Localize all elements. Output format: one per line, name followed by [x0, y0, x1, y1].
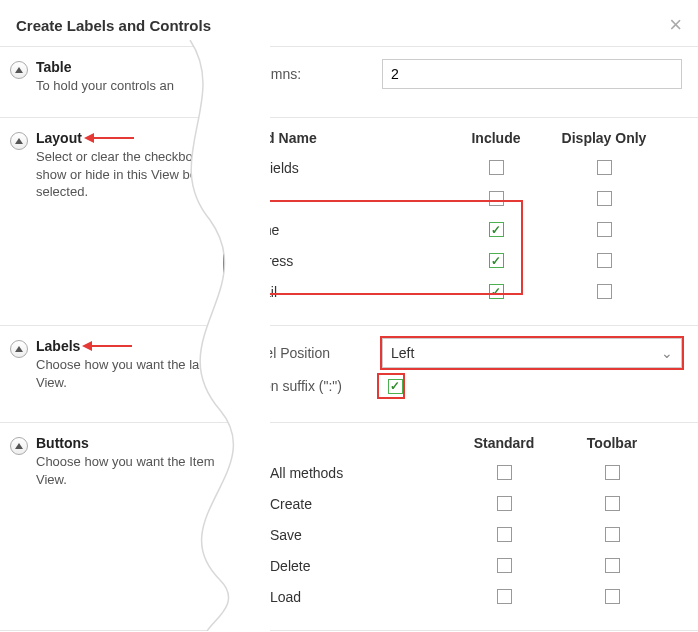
method-row: ≡▸Save [242, 519, 682, 550]
layout-desc: Select or clear the checkbo to show or h… [36, 148, 216, 201]
method-name: Create [270, 496, 450, 512]
display-only-checkbox[interactable] [597, 284, 612, 299]
collapse-toggle-buttons[interactable] [10, 437, 28, 455]
field-header-display: Display Only [550, 130, 658, 146]
toolbar-checkbox[interactable] [605, 496, 620, 511]
dialog-title: Create Labels and Controls [16, 17, 211, 34]
field-row: All Fields [242, 152, 682, 183]
collapse-toggle-labels[interactable] [10, 340, 28, 358]
include-checkbox[interactable] [489, 284, 504, 299]
field-row: ID [242, 183, 682, 214]
standard-checkbox[interactable] [497, 558, 512, 573]
field-row: Address [242, 245, 682, 276]
field-header-include: Include [442, 130, 550, 146]
collapse-toggle-layout[interactable] [10, 132, 28, 150]
standard-checkbox[interactable] [497, 589, 512, 604]
method-row: ≡▸Create [242, 488, 682, 519]
method-row: ≡▸Delete [242, 550, 682, 581]
method-icon: ≡▸ [242, 589, 270, 604]
buttons-desc: Choose how you want the Item View. [36, 453, 216, 488]
section-layout: Layout Select or clear the checkbo to sh… [0, 118, 698, 326]
layout-title: Layout [36, 130, 216, 146]
field-row: Email [242, 276, 682, 307]
labels-title: Labels [36, 338, 216, 354]
display-only-checkbox[interactable] [597, 222, 612, 237]
standard-checkbox[interactable] [497, 527, 512, 542]
section-buttons: Buttons Choose how you want the Item Vie… [0, 423, 698, 631]
standard-checkbox[interactable] [497, 465, 512, 480]
annotation-box-position [380, 336, 684, 370]
method-row: ≡▸Load [242, 581, 682, 612]
display-only-checkbox[interactable] [597, 160, 612, 175]
dialog-header: Create Labels and Controls × [0, 0, 698, 47]
toolbar-checkbox[interactable] [605, 465, 620, 480]
chevron-down-icon: ⌄ [661, 345, 673, 361]
include-checkbox[interactable] [489, 253, 504, 268]
toolbar-checkbox[interactable] [605, 558, 620, 573]
method-name: All methods [270, 465, 450, 481]
label-position-label: Label Position [242, 345, 382, 361]
colon-suffix-label: Colon suffix (":") [242, 378, 382, 394]
columns-label: Columns: [242, 66, 382, 82]
labels-desc: Choose how you want the la View. [36, 356, 216, 391]
buttons-header-toolbar: Toolbar [558, 435, 666, 451]
method-name: Save [270, 527, 450, 543]
field-name: ID [242, 191, 442, 207]
close-icon[interactable]: × [669, 14, 682, 36]
include-checkbox[interactable] [489, 160, 504, 175]
field-name: Email [242, 284, 442, 300]
section-labels: Labels Choose how you want the la View. … [0, 326, 698, 423]
columns-input[interactable] [382, 59, 682, 89]
method-icon: ≡▸ [242, 527, 270, 542]
display-only-checkbox[interactable] [597, 191, 612, 206]
colon-suffix-checkbox[interactable] [388, 379, 403, 394]
method-name: Load [270, 589, 450, 605]
label-position-value: Left [391, 345, 414, 361]
table-desc: To hold your controls an [36, 77, 174, 95]
field-name: All Fields [242, 160, 442, 176]
field-name: Address [242, 253, 442, 269]
standard-checkbox[interactable] [497, 496, 512, 511]
method-icon: ≡▸ [242, 558, 270, 573]
toolbar-checkbox[interactable] [605, 589, 620, 604]
toolbar-checkbox[interactable] [605, 527, 620, 542]
table-title: Table [36, 59, 174, 75]
buttons-title: Buttons [36, 435, 216, 451]
label-position-select[interactable]: Left ⌄ [382, 338, 682, 368]
method-name: Delete [270, 558, 450, 574]
field-header-name: Field Name [242, 130, 442, 146]
field-row: Name [242, 214, 682, 245]
method-icon: ≡▸ [242, 496, 270, 511]
method-row: All methods [242, 457, 682, 488]
collapse-toggle-table[interactable] [10, 61, 28, 79]
display-only-checkbox[interactable] [597, 253, 612, 268]
include-checkbox[interactable] [489, 191, 504, 206]
section-table: Table To hold your controls an Columns: [0, 47, 698, 118]
include-checkbox[interactable] [489, 222, 504, 237]
field-name: Name [242, 222, 442, 238]
buttons-header-standard: Standard [450, 435, 558, 451]
